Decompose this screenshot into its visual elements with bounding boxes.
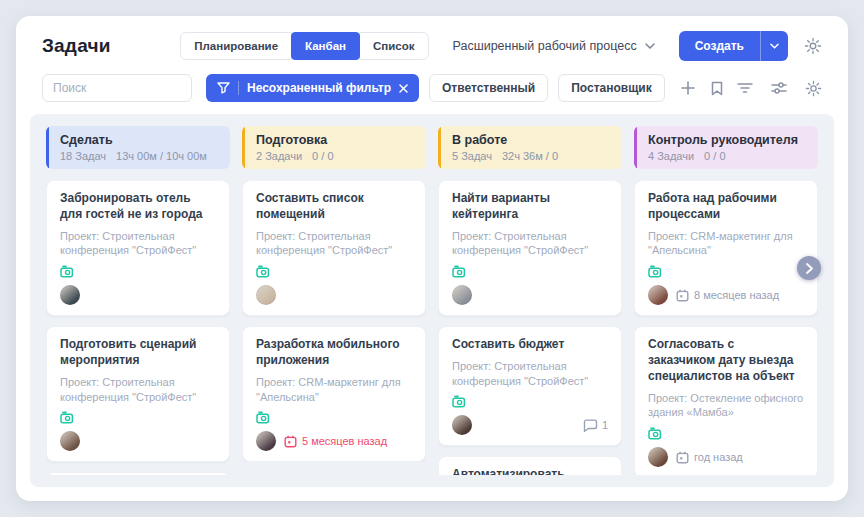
task-card[interactable]: Найти варианты кейтеринга Проект: Строит… <box>438 180 622 316</box>
project-icon <box>60 411 74 424</box>
column-cards: Забронировать отель для гостей не из гор… <box>46 180 230 475</box>
assignee-avatar[interactable] <box>452 415 472 435</box>
task-badges <box>60 410 216 424</box>
project-icon <box>648 265 662 278</box>
column-stats: 18 Задач 13ч 00м / 10ч 00м <box>60 150 218 162</box>
task-project: Проект: Строительная конференция "СтройФ… <box>60 229 216 258</box>
task-badges <box>452 264 608 278</box>
task-badges <box>648 264 804 278</box>
chip-divider <box>238 81 239 95</box>
calendar-icon <box>676 289 689 302</box>
task-project: Проект: Строительная конференция "СтройФ… <box>452 359 608 388</box>
chevron-right-icon <box>806 263 813 274</box>
column-time: 32ч 36м / 0 <box>502 150 558 162</box>
comment-icon <box>583 419 598 432</box>
column-header[interactable]: Контроль руководителя 4 Задачи 0 / 0 <box>634 126 818 169</box>
tab-list[interactable]: Список <box>359 32 429 60</box>
page-title: Задачи <box>42 35 111 57</box>
task-card[interactable]: Составить дизайн-проект Проект: Дизайн-п… <box>46 472 230 475</box>
create-button[interactable]: Создать <box>679 31 760 61</box>
create-dropdown-button[interactable] <box>760 31 788 61</box>
tab-planning[interactable]: Планирование <box>180 32 292 60</box>
column-header[interactable]: Сделать 18 Задач 13ч 00м / 10ч 00м <box>46 126 230 169</box>
column-task-count: 18 Задач <box>60 150 106 162</box>
tasks-app-panel: Задачи Планирование Канбан Список Расшир… <box>16 16 848 501</box>
assignee-avatar[interactable] <box>256 285 276 305</box>
task-card[interactable]: Автоматизировать коммуникации с клиентам… <box>438 456 622 475</box>
board-settings-gear-icon[interactable] <box>805 80 822 97</box>
task-project: Проект: Строительная конференция "СтройФ… <box>60 375 216 404</box>
view-switcher: Планирование Канбан Список <box>180 32 428 60</box>
column-cards: Составить список помещений Проект: Строи… <box>242 180 426 462</box>
project-icon <box>256 411 270 424</box>
task-footer: 1 <box>452 415 608 435</box>
tune-sliders-icon[interactable] <box>771 81 787 95</box>
tab-kanban[interactable]: Канбан <box>291 32 360 60</box>
task-title: Подготовить сценарий мероприятия <box>60 337 216 369</box>
task-title: Автоматизировать коммуникации с клиентам… <box>452 467 608 475</box>
column-title: В работе <box>452 133 610 147</box>
due-date: 8 месяцев назад <box>676 289 779 302</box>
calendar-icon <box>676 451 689 464</box>
task-footer <box>256 285 412 305</box>
column-stats: 2 Задачи 0 / 0 <box>256 150 414 162</box>
settings-gear-icon[interactable] <box>804 37 822 55</box>
task-footer <box>452 285 608 305</box>
project-icon <box>256 265 270 278</box>
column-task-count: 4 Задачи <box>648 150 694 162</box>
close-icon[interactable] <box>399 84 408 93</box>
column-header[interactable]: Подготовка 2 Задачи 0 / 0 <box>242 126 426 169</box>
task-title: Составить список помещений <box>256 191 412 223</box>
due-date-text: 5 месяцев назад <box>302 435 387 447</box>
assignee-avatar[interactable] <box>452 285 472 305</box>
assignee-avatar[interactable] <box>648 447 668 467</box>
assignee-avatar[interactable] <box>648 285 668 305</box>
kanban-column: Контроль руководителя 4 Задачи 0 / 0 Раб… <box>634 126 818 475</box>
task-footer: 8 месяцев назад <box>648 285 804 305</box>
task-card[interactable]: Подготовить сценарий мероприятия Проект:… <box>46 326 230 462</box>
task-project: Проект: CRM-маркетинг для "Апельсина" <box>648 229 804 258</box>
plus-icon[interactable] <box>681 81 695 95</box>
filter-responsible-button[interactable]: Ответственный <box>429 74 548 102</box>
task-badges <box>60 264 216 278</box>
due-date-text: год назад <box>694 451 743 463</box>
task-card[interactable]: Составить бюджет Проект: Строительная ко… <box>438 326 622 446</box>
task-card[interactable]: Разработка мобильного приложения Проект:… <box>242 326 426 462</box>
assignee-avatar[interactable] <box>60 285 80 305</box>
comments-number: 1 <box>602 419 608 431</box>
active-filter-chip[interactable]: Несохраненный фильтр <box>206 74 419 102</box>
column-task-count: 2 Задачи <box>256 150 302 162</box>
create-split-button: Создать <box>679 31 788 61</box>
task-title: Разработка мобильного приложения <box>256 337 412 369</box>
workflow-selector[interactable]: Расширенный рабочий процесс <box>453 39 655 53</box>
filter-creator-button[interactable]: Постановщик <box>558 74 664 102</box>
task-title: Составить бюджет <box>452 337 608 353</box>
board-tools <box>737 80 822 97</box>
task-badges <box>648 426 804 440</box>
assignee-avatar[interactable] <box>60 431 80 451</box>
column-task-count: 5 Задач <box>452 150 492 162</box>
column-title: Контроль руководителя <box>648 133 806 147</box>
task-title: Работа над рабочими процессами <box>648 191 804 223</box>
task-card[interactable]: Забронировать отель для гостей не из гор… <box>46 180 230 316</box>
filter-bar: Несохраненный фильтр Ответственный Поста… <box>16 70 848 114</box>
scroll-next-button[interactable] <box>797 256 821 280</box>
bookmark-icon[interactable] <box>711 81 723 96</box>
search-input[interactable] <box>42 74 192 102</box>
column-stats: 5 Задач 32ч 36м / 0 <box>452 150 610 162</box>
task-card[interactable]: Согласовать с заказчиком дату выезда спе… <box>634 326 818 475</box>
comments-count[interactable]: 1 <box>583 419 608 432</box>
column-time: 13ч 00м / 10ч 00м <box>116 150 207 162</box>
task-project: Проект: Строительная конференция "СтройФ… <box>452 229 608 258</box>
task-title: Согласовать с заказчиком дату выезда спе… <box>648 337 804 384</box>
assignee-avatar[interactable] <box>256 431 276 451</box>
project-icon <box>452 265 466 278</box>
task-card[interactable]: Составить список помещений Проект: Строи… <box>242 180 426 316</box>
kanban-column: Сделать 18 Задач 13ч 00м / 10ч 00м Забро… <box>46 126 230 475</box>
due-date: 5 месяцев назад <box>284 435 387 448</box>
column-header[interactable]: В работе 5 Задач 32ч 36м / 0 <box>438 126 622 169</box>
project-icon <box>648 427 662 440</box>
filter-lines-icon[interactable] <box>737 82 753 94</box>
filter-chip-label: Несохраненный фильтр <box>247 81 391 95</box>
task-card[interactable]: Работа над рабочими процессами Проект: C… <box>634 180 818 316</box>
